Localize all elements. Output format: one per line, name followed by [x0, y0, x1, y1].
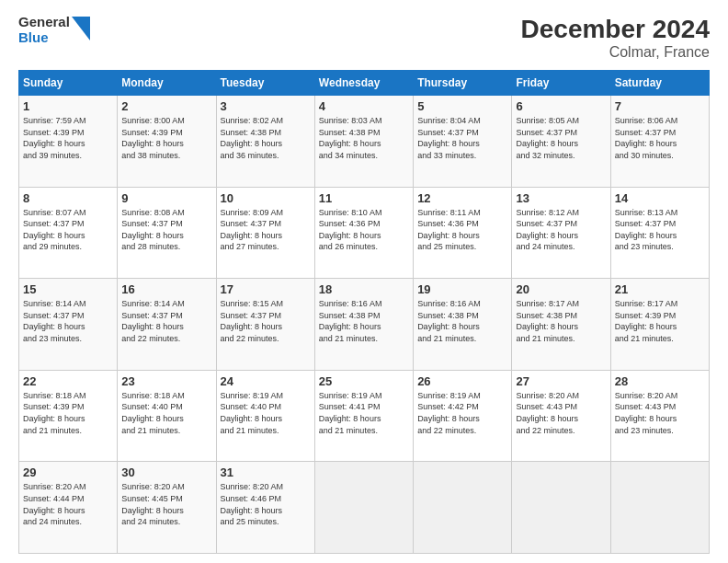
day-number: 2	[121, 99, 211, 113]
col-friday: Friday	[512, 71, 610, 96]
calendar-header-row: Sunday Monday Tuesday Wednesday Thursday…	[19, 71, 710, 96]
day-number: 23	[121, 374, 211, 388]
day-info: Sunrise: 8:19 AMSunset: 4:42 PMDaylight:…	[417, 390, 507, 436]
day-info: Sunrise: 8:16 AMSunset: 4:38 PMDaylight:…	[319, 298, 409, 344]
cell-5-4	[314, 462, 413, 554]
week-row-4: 22Sunrise: 8:18 AMSunset: 4:39 PMDayligh…	[19, 370, 710, 462]
cell-2-7: 14Sunrise: 8:13 AMSunset: 4:37 PMDayligh…	[610, 187, 709, 279]
day-info: Sunrise: 8:13 AMSunset: 4:37 PMDaylight:…	[615, 207, 705, 253]
day-number: 13	[516, 191, 606, 205]
day-info: Sunrise: 8:06 AMSunset: 4:37 PMDaylight:…	[615, 115, 705, 161]
cell-4-7: 28Sunrise: 8:20 AMSunset: 4:43 PMDayligh…	[610, 370, 709, 462]
day-number: 14	[615, 191, 705, 205]
calendar-table: Sunday Monday Tuesday Wednesday Thursday…	[18, 70, 710, 554]
cell-1-4: 4Sunrise: 8:03 AMSunset: 4:38 PMDaylight…	[314, 96, 413, 188]
day-info: Sunrise: 8:07 AMSunset: 4:37 PMDaylight:…	[23, 207, 113, 253]
cell-1-1: 1Sunrise: 7:59 AMSunset: 4:39 PMDaylight…	[19, 96, 118, 188]
day-info: Sunrise: 8:00 AMSunset: 4:39 PMDaylight:…	[121, 115, 211, 161]
cell-3-7: 21Sunrise: 8:17 AMSunset: 4:39 PMDayligh…	[610, 279, 709, 371]
cell-3-4: 18Sunrise: 8:16 AMSunset: 4:38 PMDayligh…	[314, 279, 413, 371]
logo: General Blue	[18, 15, 90, 45]
day-info: Sunrise: 8:12 AMSunset: 4:37 PMDaylight:…	[516, 207, 606, 253]
page: General Blue December 2024 Colmar, Franc…	[0, 0, 728, 563]
page-subtitle: Colmar, France	[521, 44, 710, 61]
col-saturday: Saturday	[610, 71, 709, 96]
day-info: Sunrise: 8:19 AMSunset: 4:41 PMDaylight:…	[319, 390, 409, 436]
header: General Blue December 2024 Colmar, Franc…	[18, 15, 710, 61]
cell-5-2: 30Sunrise: 8:20 AMSunset: 4:45 PMDayligh…	[118, 462, 216, 554]
cell-1-3: 3Sunrise: 8:02 AMSunset: 4:38 PMDaylight…	[216, 96, 314, 188]
cell-5-6	[512, 462, 610, 554]
cell-4-5: 26Sunrise: 8:19 AMSunset: 4:42 PMDayligh…	[414, 370, 512, 462]
day-number: 17	[221, 282, 311, 296]
cell-2-1: 8Sunrise: 8:07 AMSunset: 4:37 PMDaylight…	[19, 187, 118, 279]
day-info: Sunrise: 8:11 AMSunset: 4:36 PMDaylight:…	[417, 207, 507, 253]
cell-5-5	[414, 462, 512, 554]
col-tuesday: Tuesday	[216, 71, 314, 96]
day-info: Sunrise: 8:15 AMSunset: 4:37 PMDaylight:…	[221, 298, 311, 344]
day-info: Sunrise: 8:20 AMSunset: 4:45 PMDaylight:…	[121, 481, 211, 527]
cell-4-3: 24Sunrise: 8:19 AMSunset: 4:40 PMDayligh…	[216, 370, 314, 462]
logo-general: General	[18, 15, 70, 30]
day-info: Sunrise: 8:10 AMSunset: 4:36 PMDaylight:…	[319, 207, 409, 253]
day-number: 21	[615, 282, 705, 296]
cell-3-1: 15Sunrise: 8:14 AMSunset: 4:37 PMDayligh…	[19, 279, 118, 371]
day-info: Sunrise: 8:04 AMSunset: 4:37 PMDaylight:…	[417, 115, 507, 161]
day-number: 19	[417, 282, 507, 296]
cell-2-2: 9Sunrise: 8:08 AMSunset: 4:37 PMDaylight…	[118, 187, 216, 279]
cell-1-6: 6Sunrise: 8:05 AMSunset: 4:37 PMDaylight…	[512, 96, 610, 188]
day-number: 3	[221, 99, 311, 113]
cell-2-6: 13Sunrise: 8:12 AMSunset: 4:37 PMDayligh…	[512, 187, 610, 279]
svg-marker-0	[72, 17, 90, 40]
day-info: Sunrise: 8:02 AMSunset: 4:38 PMDaylight:…	[221, 115, 311, 161]
day-info: Sunrise: 8:17 AMSunset: 4:39 PMDaylight:…	[615, 298, 705, 344]
day-number: 9	[121, 191, 211, 205]
day-info: Sunrise: 8:17 AMSunset: 4:38 PMDaylight:…	[516, 298, 606, 344]
day-number: 7	[615, 99, 705, 113]
day-info: Sunrise: 7:59 AMSunset: 4:39 PMDaylight:…	[23, 115, 113, 161]
day-info: Sunrise: 8:03 AMSunset: 4:38 PMDaylight:…	[319, 115, 409, 161]
day-number: 11	[319, 191, 409, 205]
day-number: 20	[516, 282, 606, 296]
day-number: 10	[221, 191, 311, 205]
day-number: 6	[516, 99, 606, 113]
cell-4-6: 27Sunrise: 8:20 AMSunset: 4:43 PMDayligh…	[512, 370, 610, 462]
cell-2-3: 10Sunrise: 8:09 AMSunset: 4:37 PMDayligh…	[216, 187, 314, 279]
cell-4-1: 22Sunrise: 8:18 AMSunset: 4:39 PMDayligh…	[19, 370, 118, 462]
day-number: 27	[516, 374, 606, 388]
cell-4-4: 25Sunrise: 8:19 AMSunset: 4:41 PMDayligh…	[314, 370, 413, 462]
week-row-5: 29Sunrise: 8:20 AMSunset: 4:44 PMDayligh…	[19, 462, 710, 554]
day-info: Sunrise: 8:20 AMSunset: 4:43 PMDaylight:…	[615, 390, 705, 436]
cell-1-7: 7Sunrise: 8:06 AMSunset: 4:37 PMDaylight…	[610, 96, 709, 188]
cell-5-3: 31Sunrise: 8:20 AMSunset: 4:46 PMDayligh…	[216, 462, 314, 554]
day-number: 5	[417, 99, 507, 113]
cell-3-3: 17Sunrise: 8:15 AMSunset: 4:37 PMDayligh…	[216, 279, 314, 371]
week-row-2: 8Sunrise: 8:07 AMSunset: 4:37 PMDaylight…	[19, 187, 710, 279]
week-row-1: 1Sunrise: 7:59 AMSunset: 4:39 PMDaylight…	[19, 96, 710, 188]
title-block: December 2024 Colmar, France	[521, 15, 710, 61]
day-number: 8	[23, 191, 113, 205]
day-info: Sunrise: 8:14 AMSunset: 4:37 PMDaylight:…	[121, 298, 211, 344]
day-number: 15	[23, 282, 113, 296]
day-number: 16	[121, 282, 211, 296]
cell-3-6: 20Sunrise: 8:17 AMSunset: 4:38 PMDayligh…	[512, 279, 610, 371]
page-title: December 2024	[521, 15, 710, 44]
logo-triangle-icon	[72, 17, 90, 40]
day-info: Sunrise: 8:18 AMSunset: 4:39 PMDaylight:…	[23, 390, 113, 436]
cell-3-2: 16Sunrise: 8:14 AMSunset: 4:37 PMDayligh…	[118, 279, 216, 371]
day-number: 26	[417, 374, 507, 388]
day-number: 4	[319, 99, 409, 113]
day-number: 24	[221, 374, 311, 388]
day-info: Sunrise: 8:16 AMSunset: 4:38 PMDaylight:…	[417, 298, 507, 344]
cell-5-1: 29Sunrise: 8:20 AMSunset: 4:44 PMDayligh…	[19, 462, 118, 554]
week-row-3: 15Sunrise: 8:14 AMSunset: 4:37 PMDayligh…	[19, 279, 710, 371]
cell-4-2: 23Sunrise: 8:18 AMSunset: 4:40 PMDayligh…	[118, 370, 216, 462]
day-number: 22	[23, 374, 113, 388]
day-info: Sunrise: 8:14 AMSunset: 4:37 PMDaylight:…	[23, 298, 113, 344]
day-number: 28	[615, 374, 705, 388]
cell-3-5: 19Sunrise: 8:16 AMSunset: 4:38 PMDayligh…	[414, 279, 512, 371]
day-info: Sunrise: 8:20 AMSunset: 4:44 PMDaylight:…	[23, 481, 113, 527]
day-number: 25	[319, 374, 409, 388]
day-number: 29	[23, 465, 113, 479]
day-info: Sunrise: 8:20 AMSunset: 4:43 PMDaylight:…	[516, 390, 606, 436]
